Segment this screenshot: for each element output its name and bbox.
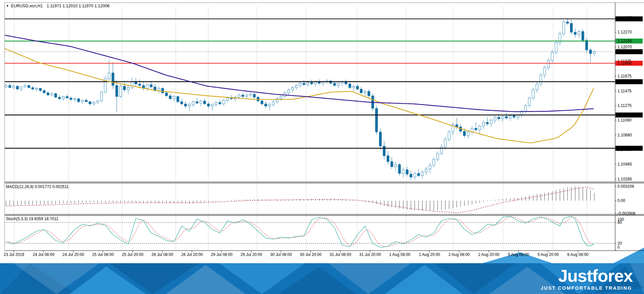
svg-text:1.12450: 1.12450	[617, 17, 632, 21]
justforex-logo: Justforex	[558, 266, 633, 285]
candle	[192, 100, 194, 107]
candle	[142, 82, 145, 91]
candle	[81, 99, 84, 104]
candle	[85, 99, 87, 102]
candle	[127, 85, 129, 94]
svg-text:1.10700: 1.10700	[617, 146, 632, 151]
price-tick-label: 1.10485	[617, 162, 632, 167]
macd-histogram	[6, 186, 594, 211]
candle	[299, 82, 301, 88]
candle	[452, 122, 454, 135]
candle	[169, 94, 171, 100]
candle	[291, 86, 294, 92]
candle	[268, 102, 271, 111]
candle	[58, 95, 61, 100]
candle	[93, 101, 95, 106]
time-tick-label: 5 Aug 08:00	[508, 252, 529, 257]
candle	[188, 102, 190, 111]
price-badge: 1.11150	[615, 113, 643, 118]
candle	[410, 171, 412, 180]
candle	[559, 31, 561, 45]
candle	[360, 87, 362, 94]
candle	[223, 99, 225, 105]
candle	[70, 96, 72, 101]
svg-text:1.12150: 1.12150	[617, 39, 632, 43]
candle	[139, 79, 141, 88]
price-tick-label: 1.11275	[617, 103, 632, 108]
price-tick-label: 1.11080	[617, 118, 632, 122]
candle	[314, 80, 317, 87]
candle	[547, 58, 549, 71]
candle	[177, 96, 179, 103]
time-tick-label: 30 Jul 20:00	[300, 252, 322, 257]
time-tick-label: 31 Jul 08:00	[330, 252, 352, 257]
candle	[173, 95, 175, 102]
candle	[593, 50, 596, 57]
candle	[234, 96, 236, 102]
price-tick-label: 1.10880	[617, 133, 632, 137]
candle	[89, 101, 91, 105]
candle	[288, 88, 290, 95]
candle	[249, 92, 252, 97]
time-tick-label: 30 Jul 08:00	[270, 252, 292, 257]
candle	[364, 90, 366, 96]
candle	[62, 96, 64, 101]
candle	[483, 120, 485, 129]
candle	[418, 169, 420, 177]
candle	[562, 20, 565, 36]
candle	[215, 101, 217, 107]
panel-splitter[interactable]	[5, 214, 644, 216]
candle	[104, 76, 106, 94]
price-badge: 1.11600	[615, 79, 643, 84]
candle	[349, 82, 351, 89]
candle	[337, 82, 340, 88]
candle	[196, 98, 198, 104]
candle	[211, 103, 214, 111]
candle	[578, 30, 580, 38]
time-tick-label: 24 Jul 20:00	[62, 252, 84, 257]
candle	[440, 145, 443, 156]
time-tick-label: 2 Aug 20:00	[478, 252, 499, 257]
panel-splitter[interactable]	[5, 182, 644, 183]
candle	[356, 84, 358, 91]
price-tick-label: 1.11475	[617, 89, 632, 93]
candle	[387, 151, 389, 165]
candle	[54, 93, 57, 98]
macd-indicator-label: MACD(12,26,9) 0.001772 0.002511	[6, 184, 69, 189]
chart-canvas[interactable]: 1.124651.122701.120701.118751.116751.114…	[0, 0, 644, 294]
candle	[77, 98, 80, 103]
x-axis[interactable]: 23 Jul 201924 Jul 08:0024 Jul 20:0025 Ju…	[4, 251, 589, 257]
candle	[310, 79, 313, 85]
candle	[586, 38, 588, 53]
candle	[146, 83, 149, 91]
candle	[184, 101, 187, 108]
candle	[368, 89, 370, 98]
candle	[486, 117, 488, 126]
candle	[161, 87, 164, 94]
candle	[555, 40, 557, 54]
candle	[97, 99, 99, 104]
candle	[353, 85, 355, 91]
candle	[43, 89, 45, 93]
candle	[5, 84, 7, 88]
candle	[200, 99, 202, 106]
price-levels[interactable]	[5, 19, 615, 148]
time-tick-label: 31 Jul 20:00	[359, 252, 381, 257]
candle	[494, 116, 496, 123]
candle	[479, 124, 481, 133]
candle	[524, 104, 527, 114]
candle	[32, 86, 34, 90]
candle	[204, 99, 206, 105]
candle	[322, 80, 324, 86]
candle	[528, 96, 531, 107]
candle	[505, 113, 508, 120]
time-tick-label: 25 Jul 08:00	[92, 252, 114, 257]
symbol-dropdown-icon[interactable]: ▼	[6, 4, 9, 8]
candle	[574, 28, 576, 37]
candle	[74, 97, 76, 103]
time-tick-label: 29 Jul 20:00	[240, 252, 262, 257]
trading-chart-window: 1.124651.122701.120701.118751.116751.114…	[0, 0, 644, 294]
svg-text:1.11850: 1.11850	[617, 61, 632, 66]
candle	[448, 130, 450, 142]
svg-text:1.11150: 1.11150	[617, 113, 631, 117]
